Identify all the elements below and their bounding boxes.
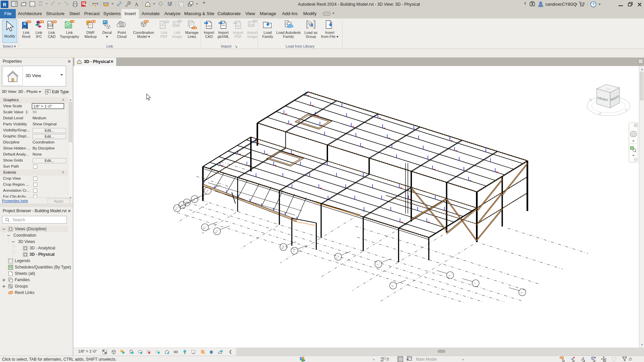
svg-text:RVT: RVT [23, 27, 27, 29]
svg-text:1: 1 [193, 198, 195, 200]
svg-text:E: E [625, 108, 628, 111]
svg-text:B.3: B.3 [214, 230, 218, 234]
svg-text:0.2: 0.2 [174, 206, 178, 210]
svg-text:CAD: CAD [207, 25, 211, 27]
svg-text:7: 7 [474, 282, 476, 285]
svg-text:candicecCY8GQ: candicecCY8GQ [545, 2, 577, 7]
svg-text:XML: XML [221, 24, 225, 26]
svg-text:8: 8 [520, 291, 523, 294]
svg-text:0.9: 0.9 [184, 201, 188, 205]
svg-text:R: R [23, 22, 26, 26]
svg-text:D: D [376, 263, 379, 266]
svg-text:?: ? [592, 2, 595, 6]
svg-text:1: 1 [128, 2, 130, 4]
svg-text:PDF: PDF [161, 24, 165, 26]
svg-text:R: R [3, 2, 6, 7]
svg-text:B.6: B.6 [281, 245, 285, 249]
svg-text:E: E [391, 285, 394, 287]
svg-text:C: C [292, 250, 296, 252]
svg-text:S: S [598, 112, 602, 116]
svg-text:W: W [589, 98, 592, 102]
svg-text:0.5: 0.5 [179, 203, 183, 207]
svg-text:1.6: 1.6 [205, 189, 209, 193]
svg-text:A: A [135, 2, 139, 7]
svg-text:C.2: C.2 [335, 255, 339, 259]
svg-text:B.1: B.1 [202, 226, 206, 230]
svg-text:CAD: CAD [48, 24, 53, 26]
svg-text:PDF: PDF [236, 25, 240, 27]
svg-text:6: 6 [448, 274, 451, 277]
